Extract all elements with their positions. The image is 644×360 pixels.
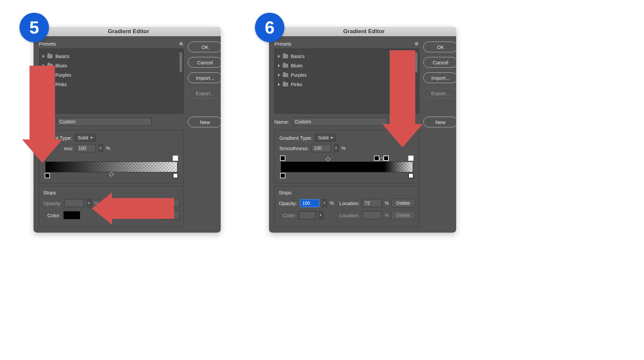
color-stop-left[interactable] bbox=[45, 173, 50, 178]
gear-icon[interactable]: ⚙︎. bbox=[415, 41, 420, 46]
annotation-arrow-down-icon bbox=[22, 66, 62, 163]
midpoint-handle-top-1[interactable] bbox=[326, 157, 330, 162]
midpoint-handle[interactable] bbox=[109, 172, 114, 177]
chevron-down-icon bbox=[100, 147, 102, 149]
folder-icon bbox=[283, 64, 288, 68]
color-stop-left[interactable] bbox=[280, 173, 285, 178]
opacity-stop-right[interactable] bbox=[173, 156, 178, 161]
midpoint-handle-top-2[interactable] bbox=[379, 157, 384, 162]
gradient-type-value: Solid bbox=[318, 135, 328, 140]
gradient-type-value: Solid bbox=[78, 135, 88, 140]
titlebar: Gradient Editor bbox=[34, 27, 221, 36]
gradient-type-dropdown[interactable]: Solid bbox=[315, 134, 336, 141]
gradient-type-label: Gradient Type: bbox=[279, 135, 312, 141]
import-label: Import... bbox=[196, 75, 214, 81]
color-location-input bbox=[362, 211, 382, 219]
step-number-6: 6 bbox=[265, 17, 275, 38]
folder-icon bbox=[47, 54, 53, 58]
presets-label: Presets bbox=[274, 41, 291, 47]
gradient-editor-dialog-6: Gradient Editor Presets ⚙︎. Basics bbox=[269, 27, 456, 233]
chevron-down-icon bbox=[323, 202, 325, 204]
annotation-arrow-down-icon bbox=[382, 50, 423, 147]
opacity-label: Opacity: bbox=[43, 200, 62, 206]
import-button[interactable]: Import... bbox=[423, 72, 456, 83]
preset-label: Blues bbox=[291, 63, 303, 68]
new-button[interactable]: New bbox=[423, 117, 456, 127]
opacity-location-input[interactable] bbox=[362, 199, 382, 207]
percent-sign: % bbox=[341, 145, 345, 151]
folder-icon bbox=[283, 73, 288, 77]
chevron-right-icon bbox=[43, 55, 45, 58]
preset-label: Basics bbox=[55, 54, 69, 59]
gradient-name-input[interactable] bbox=[57, 118, 152, 126]
annotation-arrow-left-icon bbox=[92, 192, 174, 225]
opacity-input bbox=[64, 199, 84, 207]
opacity-stop-left[interactable] bbox=[280, 156, 285, 161]
color-swatch bbox=[299, 211, 316, 219]
color-stop-right[interactable] bbox=[173, 173, 178, 178]
chevron-right-icon bbox=[278, 55, 280, 58]
chevron-right-icon bbox=[278, 64, 280, 67]
new-button[interactable]: New bbox=[188, 117, 221, 127]
gradient-bar[interactable] bbox=[281, 162, 413, 172]
opacity-delete-button[interactable]: Delete bbox=[391, 199, 415, 207]
new-label: New bbox=[435, 119, 445, 125]
chevron-down-icon bbox=[335, 147, 337, 149]
opacity-location-label: Location: bbox=[339, 200, 360, 206]
color-delete-button: Delete bbox=[391, 211, 415, 220]
opacity-label: Opacity: bbox=[279, 200, 297, 206]
ok-button[interactable]: OK bbox=[423, 42, 456, 52]
smoothness-dropdown[interactable] bbox=[98, 144, 103, 152]
percent-sign: % bbox=[330, 200, 334, 206]
gradient-bar-area[interactable] bbox=[44, 155, 179, 178]
chevron-down-icon bbox=[330, 137, 333, 139]
opacity-stop-72[interactable] bbox=[374, 156, 379, 161]
import-button[interactable]: Import... bbox=[188, 72, 221, 83]
dialog-title: Gradient Editor bbox=[280, 28, 456, 35]
cancel-button[interactable]: Cancel bbox=[188, 57, 221, 68]
smoothness-dropdown[interactable] bbox=[334, 144, 339, 152]
gradient-type-dropdown[interactable]: Solid bbox=[75, 134, 96, 141]
percent-sign: % bbox=[106, 145, 110, 151]
chevron-right-icon bbox=[278, 73, 280, 77]
step-badge-5: 5 bbox=[19, 13, 49, 42]
new-label: New bbox=[200, 119, 210, 125]
percent-sign: % bbox=[384, 200, 388, 206]
name-label: Name: bbox=[274, 119, 289, 125]
percent-sign: % bbox=[384, 213, 388, 218]
dialog-title: Gradient Editor bbox=[44, 28, 221, 35]
folder-icon bbox=[283, 54, 288, 58]
cancel-button[interactable]: Cancel bbox=[423, 57, 456, 68]
ok-button[interactable]: OK bbox=[188, 42, 221, 52]
step-badge-6: 6 bbox=[255, 13, 284, 42]
import-label: Import... bbox=[431, 75, 450, 81]
color-swatch[interactable] bbox=[63, 211, 80, 219]
preset-label: Purples bbox=[291, 72, 307, 78]
color-stop-right[interactable] bbox=[408, 173, 414, 178]
gradient-name-input[interactable] bbox=[292, 118, 387, 126]
gear-icon[interactable]: ⚙︎. bbox=[179, 41, 184, 46]
ok-label: OK bbox=[437, 44, 444, 50]
chevron-down-icon bbox=[90, 137, 93, 139]
ok-label: OK bbox=[201, 44, 209, 50]
opacity-input[interactable] bbox=[300, 199, 319, 207]
chevron-right-icon bbox=[278, 83, 280, 86]
export-button: Export... bbox=[423, 88, 456, 99]
export-button: Export... bbox=[188, 88, 221, 99]
folder-icon bbox=[283, 82, 288, 86]
gradient-bar[interactable] bbox=[45, 162, 177, 172]
step-number-5: 5 bbox=[30, 17, 39, 38]
opacity-dropdown[interactable] bbox=[322, 199, 327, 207]
scrollbar-thumb[interactable] bbox=[179, 52, 182, 72]
opacity-stop-right[interactable] bbox=[408, 156, 414, 161]
opacity-stop-selected[interactable] bbox=[383, 156, 389, 161]
color-swatch-dropdown bbox=[318, 211, 323, 219]
chevron-down-icon bbox=[88, 202, 90, 204]
titlebar: Gradient Editor bbox=[269, 27, 456, 36]
color-label: Color: bbox=[47, 213, 61, 218]
presets-label: Presets bbox=[39, 41, 56, 47]
preset-folder-basics[interactable]: Basics bbox=[41, 52, 181, 61]
gradient-bar-area[interactable] bbox=[279, 155, 414, 178]
smoothness-input[interactable] bbox=[76, 144, 96, 152]
smoothness-input[interactable] bbox=[312, 144, 331, 152]
